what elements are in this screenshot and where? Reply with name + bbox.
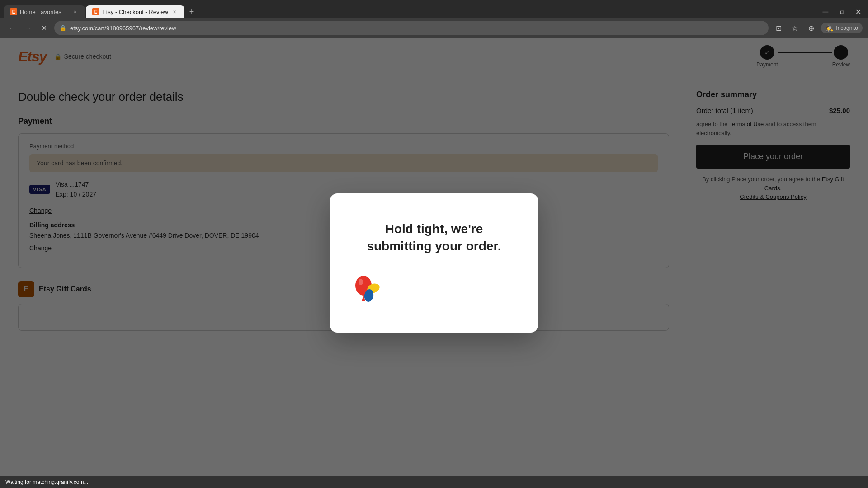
modal-message: Hold tight, we're submitting your order. (352, 221, 516, 255)
tabs-bar: E Home Favorites ✕ E Etsy - Checkout - R… (0, 0, 868, 18)
reload-button[interactable]: ✕ (38, 22, 51, 34)
tab-home-favicon: E (10, 8, 17, 15)
etsy-balloon-svg (352, 273, 384, 305)
modal-overlay: Hold tight, we're submitting your order. (0, 38, 868, 488)
status-bar: Waiting for matching.granify.com... (0, 476, 868, 488)
tab-home-close[interactable]: ✕ (71, 8, 79, 15)
tab-home-title: Home Favorites (20, 9, 69, 15)
back-button[interactable]: ← (5, 22, 18, 34)
tab-checkout-favicon: E (92, 8, 99, 15)
status-text: Waiting for matching.granify.com... (5, 479, 88, 485)
browser-toolbar: ← → ✕ 🔒 etsy.com/cart/9180965967/review/… (0, 18, 868, 38)
incognito-badge[interactable]: 🕵 Incognito (821, 23, 863, 33)
profile-icon[interactable]: ⊕ (805, 22, 817, 34)
incognito-label: Incognito (836, 25, 858, 31)
url-display: etsy.com/cart/9180965967/review/review (70, 25, 763, 32)
tab-home-favorites[interactable]: E Home Favorites ✕ (4, 5, 85, 18)
etsy-loading-icon (352, 273, 384, 305)
svg-point-4 (359, 279, 363, 285)
tab-checkout-title: Etsy - Checkout - Review (102, 9, 168, 15)
forward-button[interactable]: → (22, 22, 34, 34)
tab-checkout[interactable]: E Etsy - Checkout - Review ✕ (86, 5, 184, 18)
browser-chrome: E Home Favorites ✕ E Etsy - Checkout - R… (0, 0, 868, 38)
bookmark-icon[interactable]: ☆ (788, 22, 801, 34)
address-bar[interactable]: 🔒 etsy.com/cart/9180965967/review/review (54, 21, 769, 35)
minimize-button[interactable]: ─ (819, 5, 832, 18)
tab-checkout-close[interactable]: ✕ (171, 8, 178, 15)
lock-icon: 🔒 (60, 25, 66, 31)
new-tab-button[interactable]: + (185, 5, 198, 18)
restore-button[interactable]: ⧉ (835, 5, 848, 18)
cast-icon[interactable]: ⊡ (772, 22, 785, 34)
close-window-button[interactable]: ✕ (852, 5, 864, 18)
incognito-icon: 🕵 (826, 24, 833, 32)
toolbar-actions: ⊡ ☆ ⊕ 🕵 Incognito (772, 22, 863, 34)
submission-modal: Hold tight, we're submitting your order. (330, 193, 538, 333)
